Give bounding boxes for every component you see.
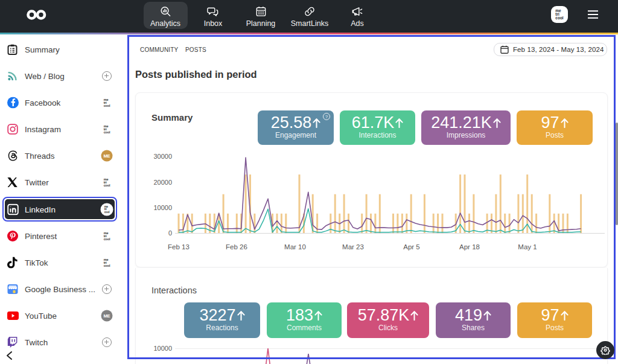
- svg-text:Mar 10: Mar 10: [284, 243, 306, 251]
- svg-text:May 1: May 1: [518, 243, 537, 251]
- svg-text:Feb 26: Feb 26: [226, 243, 247, 251]
- svg-text:0: 0: [168, 229, 172, 237]
- svg-text:Apr 18: Apr 18: [459, 243, 480, 251]
- svg-text:Feb 13: Feb 13: [168, 243, 190, 251]
- svg-text:Apr 5: Apr 5: [403, 243, 420, 251]
- svg-text:30000: 30000: [153, 153, 172, 160]
- svg-text:10000: 10000: [153, 204, 172, 211]
- svg-text:20000: 20000: [153, 179, 172, 186]
- svg-text:Mar 23: Mar 23: [342, 243, 364, 251]
- svg-text:10000: 10000: [153, 345, 172, 352]
